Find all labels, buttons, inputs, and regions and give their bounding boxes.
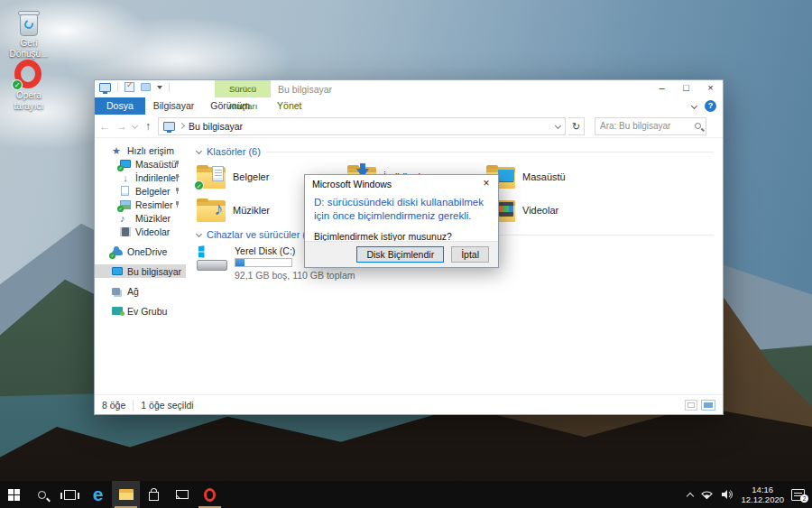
sidebar-item-quick-access[interactable]: ★ Hızlı erişim	[95, 143, 186, 157]
minimize-button[interactable]: –	[650, 80, 674, 97]
separator	[169, 82, 170, 92]
sidebar-item-documents[interactable]: Belgeler	[95, 184, 186, 198]
quick-access-toolbar	[99, 82, 170, 92]
item-count: 8 öğe	[102, 400, 125, 411]
address-bar[interactable]: Bu bilgisayar	[158, 117, 566, 135]
start-button[interactable]	[0, 481, 28, 508]
sidebar-item-desktop[interactable]: ✓ Masaüstü	[95, 157, 186, 171]
search-icon	[38, 491, 46, 499]
sidebar-label: Belgeler	[135, 186, 171, 197]
maximize-button[interactable]: □	[674, 80, 698, 97]
collapse-group-icon[interactable]	[196, 230, 202, 236]
volume-icon[interactable]	[721, 489, 734, 500]
ribbon-tabs: Dosya Bilgisayar Görünüm Yönet ?	[95, 97, 723, 115]
chevron-up-icon[interactable]	[687, 492, 694, 499]
music-folder-icon: ♪	[197, 199, 226, 222]
window-controls: – □ ×	[650, 80, 723, 97]
mail-button[interactable]	[168, 481, 196, 508]
desktop-icon-opera[interactable]: ✓ Opera tarayıcı	[3, 60, 55, 111]
sidebar-item-this-pc[interactable]: Bu bilgisayar	[95, 264, 186, 278]
onedrive-cloud-icon: ✓	[112, 246, 123, 257]
address-dropdown-icon[interactable]	[555, 123, 561, 129]
breadcrumb-chevron-icon	[179, 123, 185, 129]
help-icon[interactable]: ?	[705, 100, 716, 112]
search-input[interactable]	[600, 121, 695, 131]
sync-check-icon: ✓	[194, 180, 204, 190]
navigation-pane: ★ Hızlı erişim ✓ Masaüstü ↓ İndirilenler…	[95, 139, 186, 394]
edge-icon: e	[93, 485, 104, 503]
breadcrumb[interactable]: Bu bilgisayar	[189, 121, 551, 132]
search-box[interactable]	[595, 117, 706, 135]
contextual-tab-drive-tools[interactable]: Sürücü Araçları	[215, 80, 271, 97]
group-header-folders[interactable]: Klasörler (6)	[197, 144, 714, 159]
tab-gorunum[interactable]: Görünüm	[202, 97, 258, 115]
details-view-icon[interactable]	[685, 400, 697, 411]
edge-button[interactable]: e	[84, 481, 112, 508]
music-icon: ♪	[120, 213, 131, 224]
folder-tile-desktop[interactable]: ✓ Masaüstü	[486, 162, 622, 191]
tab-bilgisayar[interactable]: Bilgisayar	[145, 97, 203, 115]
folder-tile-videos[interactable]: Videolar	[486, 196, 622, 225]
desktop-icon-recycle-bin[interactable]: Geri Dönüşü...	[3, 9, 55, 59]
format-disk-dialog: Microsoft Windows × D: sürücüsündeki dis…	[304, 174, 499, 268]
task-view-button[interactable]	[56, 481, 84, 508]
sidebar-item-onedrive[interactable]: ✓ OneDrive	[95, 245, 186, 258]
sidebar-label: Resimler	[135, 199, 172, 210]
clock[interactable]: 14:16 12.12.2020	[741, 485, 784, 505]
sidebar-item-pictures[interactable]: ✓ Resimler	[95, 198, 186, 211]
sidebar-item-music[interactable]: ♪ Müzikler	[95, 211, 186, 225]
opera-label: Opera tarayıcı	[3, 90, 55, 111]
search-icon[interactable]	[695, 123, 701, 129]
taskbar-search-button[interactable]	[28, 481, 56, 508]
sync-check-icon: ✓	[12, 79, 23, 90]
sidebar-item-downloads[interactable]: ↓ İndirilenler	[95, 171, 186, 184]
address-bar-row: ← → ↑ Bu bilgisayar ↻	[95, 115, 723, 138]
tab-dosya[interactable]: Dosya	[95, 97, 145, 115]
window-title: Bu bilgisayar	[278, 84, 332, 95]
computer-icon	[112, 266, 123, 277]
sidebar-label: Masaüstü	[135, 159, 177, 170]
title-bar[interactable]: Sürücü Araçları Bu bilgisayar – □ ×	[95, 80, 723, 97]
sidebar-label: Ev Grubu	[127, 306, 167, 317]
sidebar-label: Videolar	[135, 226, 170, 237]
sidebar-label: Müzikler	[135, 213, 171, 224]
sidebar-item-videos[interactable]: Videolar	[95, 225, 186, 238]
recycle-bin-label: Geri Dönüşü...	[3, 38, 55, 59]
close-button[interactable]: ×	[698, 80, 723, 97]
back-icon[interactable]: ←	[97, 120, 112, 133]
forward-icon[interactable]: →	[115, 120, 129, 133]
documents-folder-icon: ✓	[197, 165, 226, 189]
close-icon[interactable]: ×	[475, 176, 497, 192]
opera-icon: ✓	[14, 60, 43, 88]
group-title: Klasörler (6)	[207, 146, 261, 157]
recent-locations-icon[interactable]	[132, 123, 138, 129]
format-disk-button[interactable]: Disk Biçimlendir	[356, 246, 444, 263]
expand-ribbon-icon[interactable]	[691, 103, 697, 109]
sidebar-item-network[interactable]: Ağ	[95, 284, 186, 298]
tab-yonet[interactable]: Yönet	[269, 97, 309, 115]
up-icon[interactable]: ↑	[141, 120, 155, 133]
file-explorer-icon	[119, 489, 134, 500]
computer-icon[interactable]	[99, 83, 111, 92]
folder-label: Belgeler	[233, 171, 269, 182]
file-explorer-button[interactable]	[112, 481, 140, 508]
divider	[266, 152, 714, 152]
store-button[interactable]	[140, 481, 168, 508]
properties-icon[interactable]	[125, 82, 134, 92]
notifications-icon[interactable]: 2	[791, 489, 805, 501]
new-folder-icon[interactable]	[141, 83, 151, 91]
sidebar-item-homegroup[interactable]: Ev Grubu	[95, 304, 186, 318]
desktop-icon: ✓	[120, 159, 131, 170]
separator	[117, 82, 118, 92]
folder-label: Masaüstü	[522, 171, 566, 182]
homegroup-icon	[112, 306, 123, 317]
opera-button[interactable]	[196, 481, 224, 508]
refresh-icon[interactable]: ↻	[568, 117, 585, 135]
pin-icon	[173, 201, 180, 208]
large-icons-view-icon[interactable]	[701, 400, 715, 411]
customize-toolbar-arrow[interactable]	[157, 86, 162, 89]
cancel-button[interactable]: İptal	[451, 246, 489, 263]
collapse-group-icon[interactable]	[196, 147, 202, 153]
wifi-icon[interactable]	[700, 489, 714, 500]
hard-drive-icon	[197, 245, 227, 271]
